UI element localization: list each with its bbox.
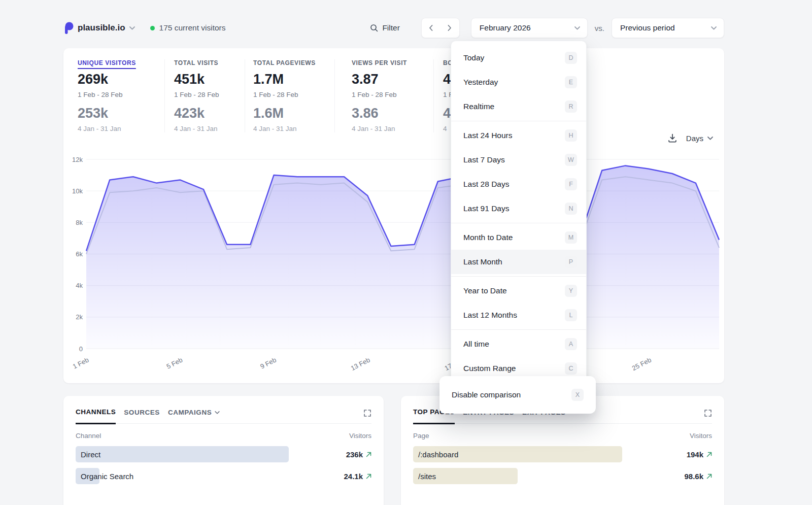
shortcut-key-badge: P [565,256,577,268]
svg-text:25 Feb: 25 Feb [631,356,653,372]
row-name: /sites [413,472,436,481]
svg-text:13 Feb: 13 Feb [350,356,371,372]
live-dot-icon [150,26,155,30]
stat-prev-period: 4 Jan - 31 Jan [253,125,334,132]
stat-views-per-visit[interactable]: VIEWS PER VISIT 3.87 1 Feb - 28 Feb 3.86… [352,59,434,132]
site-name: plausible.io [78,23,125,33]
menu-group: Year to Date Y Last 12 Months L [451,276,586,329]
row-name: Direct [76,450,100,459]
menu-item-today[interactable]: Today D [451,46,586,70]
row-bar [76,446,289,462]
shortcut-key-badge: F [565,178,577,190]
menu-group: All time A Custom Range C [451,329,586,383]
chevron-down-icon [707,137,713,140]
stat-prev-period: 4 Jan - 31 Jan [352,125,433,132]
stat-prev-value: 1.6M [253,106,334,121]
channels-panel: CHANNELS SOURCES CAMPAIGNS Channel Visit… [63,396,384,505]
column-name: Page [413,432,429,440]
stat-total-pageviews[interactable]: TOTAL PAGEVIEWS 1.7M 1 Feb - 28 Feb 1.6M… [253,59,335,132]
tab-channels[interactable]: CHANNELS [76,408,116,424]
menu-item-label: Last 24 Hours [463,131,513,140]
row-dashboard-page[interactable]: /:dashboard 194k [413,446,712,462]
period-nav [421,18,460,38]
stat-label: UNIQUE VISITORS [78,59,136,66]
svg-text:4k: 4k [76,282,83,289]
menu-item-label: All time [463,340,489,349]
filter-button[interactable]: Filter [370,23,399,32]
shortcut-key-badge: D [565,52,577,64]
trend-up-arrow-icon [706,474,712,479]
disable-comparison-item[interactable]: Disable comparison X [439,376,596,414]
menu-item-year-to-date[interactable]: Year to Date Y [451,279,586,303]
row-organic-search[interactable]: Organic Search 24.1k [76,468,371,484]
menu-item-last-24-hours[interactable]: Last 24 Hours H [451,123,586,148]
menu-item-month-to-date[interactable]: Month to Date M [451,225,586,250]
menu-group: Last 24 Hours H Last 7 Days W Last 28 Da… [451,121,586,223]
site-picker[interactable]: plausible.io [63,22,135,34]
next-period-arrow-button[interactable] [441,18,459,38]
menu-item-label: Last 12 Months [463,311,517,320]
current-visitors-link[interactable]: 175 current visitors [150,23,226,32]
tab-campaigns[interactable]: CAMPAIGNS [168,409,220,423]
menu-item-last-91-days[interactable]: Last 91 Days N [451,196,586,221]
shortcut-key-badge: Y [565,285,577,297]
stat-value: 451k [174,72,245,87]
row-sites-page[interactable]: /sites 98.6k [413,468,712,484]
channels-rows: Direct 236k Organic Search 24.1k [76,446,371,484]
menu-item-label: Realtime [463,102,494,111]
shortcut-key-badge: X [571,389,584,401]
tab-label: CAMPAIGNS [168,409,212,416]
menu-group: Month to Date M Last Month P [451,223,586,276]
expand-icon[interactable] [704,409,712,417]
main-dashboard-card: UNIQUE VISITORS 269k 1 Feb - 28 Feb 253k… [63,48,724,383]
stat-period: 1 Feb - 28 Feb [174,91,245,98]
row-direct[interactable]: Direct 236k [76,446,371,462]
chevron-left-icon [429,25,433,31]
svg-text:10k: 10k [72,187,83,195]
svg-text:8k: 8k [76,219,83,226]
menu-item-realtime[interactable]: Realtime R [451,94,586,119]
menu-item-yesterday[interactable]: Yesterday E [451,70,586,94]
menu-item-last-7-days[interactable]: Last 7 Days W [451,148,586,172]
date-range-value: February 2026 [480,23,531,32]
svg-text:9 Feb: 9 Feb [259,356,277,370]
stat-unique-visitors[interactable]: UNIQUE VISITORS 269k 1 Feb - 28 Feb 253k… [78,59,165,132]
svg-text:2k: 2k [76,313,83,321]
download-icon[interactable] [668,133,677,143]
vs-label: vs. [595,24,604,32]
menu-item-label: Custom Range [463,364,516,373]
shortcut-key-badge: A [565,338,577,350]
chevron-down-icon [215,411,220,414]
shortcut-key-badge: N [565,203,577,215]
shortcut-key-badge: W [565,154,577,166]
row-name: /:dashboard [413,450,458,459]
comparison-select[interactable]: Previous period [612,18,724,38]
expand-icon[interactable] [363,409,371,417]
date-range-select[interactable]: February 2026 [471,18,588,38]
menu-item-label: Today [463,53,484,62]
menu-item-last-12-months[interactable]: Last 12 Months L [451,303,586,327]
interval-select[interactable]: Days [686,134,713,143]
menu-item-all-time[interactable]: All time A [451,332,586,356]
channels-column-headers: Channel Visitors [76,432,371,440]
row-value: 236k [346,450,363,459]
previous-period-arrow-button[interactable] [422,18,441,38]
interval-value: Days [686,134,703,143]
menu-item-last-month[interactable]: Last Month P [451,250,586,274]
stat-total-visits[interactable]: TOTAL VISITS 451k 1 Feb - 28 Feb 423k 4 … [174,59,245,132]
menu-item-last-28-days[interactable]: Last 28 Days F [451,172,586,196]
chevron-right-icon [448,25,452,31]
tab-label: SOURCES [124,409,160,416]
stat-period: 1 Feb - 28 Feb [352,91,433,98]
svg-text:5 Feb: 5 Feb [165,356,184,370]
stat-prev-value: 253k [78,106,164,121]
stat-label: TOTAL VISITS [174,59,218,66]
date-range-menu: Today D Yesterday E Realtime R Last 24 H… [451,41,587,386]
stat-label: VIEWS PER VISIT [352,59,407,66]
svg-text:0: 0 [79,345,83,353]
menu-item-label: Disable comparison [452,390,521,399]
channels-panel-tabs: CHANNELS SOURCES CAMPAIGNS [76,396,371,424]
row-value: 24.1k [344,472,363,481]
tab-sources[interactable]: SOURCES [124,409,160,423]
shortcut-key-badge: R [565,100,577,113]
